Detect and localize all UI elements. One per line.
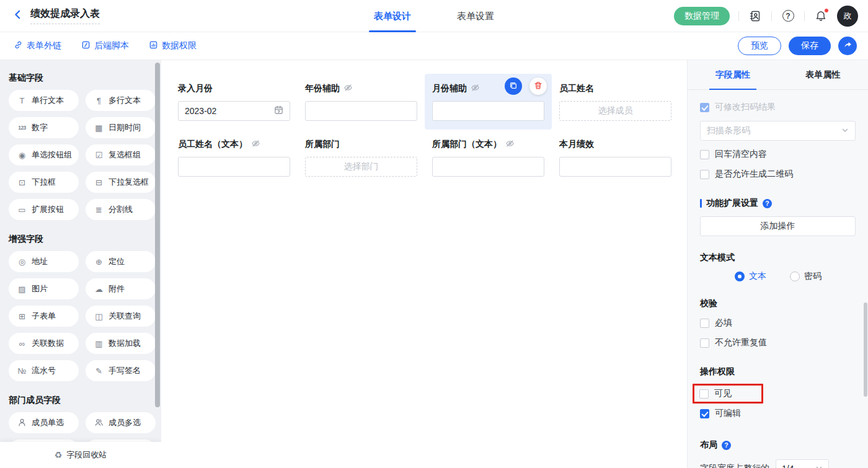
tab-field-properties[interactable]: 字段属性 bbox=[688, 60, 778, 89]
radio-password-option[interactable]: 密码 bbox=[790, 271, 822, 282]
field-type-data-load[interactable]: ▥数据加载 bbox=[86, 333, 156, 354]
text-input[interactable] bbox=[559, 157, 671, 177]
field-label-text: 本月绩效 bbox=[559, 139, 594, 150]
field-type-label: 多行文本 bbox=[108, 95, 141, 106]
field-type-radio-group[interactable]: ◉单选按钮组 bbox=[9, 144, 79, 166]
radio-text-option[interactable]: 文本 bbox=[735, 271, 766, 282]
backend-script-button[interactable]: 后端脚本 bbox=[81, 40, 129, 51]
editable-checkbox-row[interactable]: 可编辑 bbox=[700, 407, 856, 420]
text-input[interactable] bbox=[432, 101, 544, 121]
field-type-geolocate[interactable]: ⊕定位 bbox=[86, 251, 156, 272]
add-action-button[interactable]: 添加操作 bbox=[700, 216, 856, 236]
field-type-checkbox-group[interactable]: ☑复选框组 bbox=[86, 144, 156, 166]
share-button[interactable] bbox=[838, 37, 857, 55]
field-type-label: 复选框组 bbox=[108, 149, 141, 161]
help-filled-icon[interactable]: ? bbox=[722, 441, 731, 450]
date-input[interactable]: 2023-02 bbox=[178, 101, 290, 121]
field-type-serial-number[interactable]: №流水号 bbox=[9, 360, 79, 381]
allow-qr-checkbox-row[interactable]: 是否允许生成二维码 bbox=[700, 168, 856, 180]
back-button[interactable] bbox=[12, 9, 23, 22]
preview-button[interactable]: 预览 bbox=[738, 37, 781, 55]
required-checkbox-row[interactable]: 必填 bbox=[700, 317, 856, 329]
field-department[interactable]: 所属部门 选择部门 bbox=[298, 130, 425, 185]
department-picker[interactable]: 选择部门 bbox=[305, 157, 417, 177]
field-type-label: 数据加载 bbox=[108, 338, 141, 349]
text-input[interactable] bbox=[178, 157, 290, 177]
checkbox-unchecked[interactable] bbox=[700, 319, 709, 328]
radio-unselected[interactable] bbox=[790, 272, 800, 281]
help-icon[interactable]: ? bbox=[781, 9, 795, 24]
field-department-text[interactable]: 所属部门（文本） bbox=[425, 130, 552, 185]
checkbox-unchecked[interactable] bbox=[700, 170, 709, 179]
checkbox-unchecked[interactable] bbox=[700, 338, 709, 348]
panel-scrollbar[interactable] bbox=[864, 302, 867, 397]
scan-type-select[interactable]: 扫描条形码 bbox=[700, 121, 856, 141]
external-link-button[interactable]: 表单外链 bbox=[14, 40, 61, 51]
field-entry-month[interactable]: 录入月份 2023-02 bbox=[170, 74, 298, 130]
field-type-number[interactable]: 123数字 bbox=[9, 117, 79, 138]
radio-selected[interactable] bbox=[735, 272, 745, 281]
field-month-helper-selected[interactable]: 月份辅助 bbox=[425, 74, 552, 130]
field-type-member-multi[interactable]: 成员多选 bbox=[86, 412, 156, 433]
red-annotation-box: 可见 bbox=[693, 384, 763, 404]
field-type-extend-button[interactable]: ▭扩展按钮 bbox=[9, 199, 79, 220]
text-input[interactable] bbox=[432, 157, 544, 177]
field-month-performance[interactable]: 本月绩效 bbox=[552, 130, 679, 185]
modify-scan-result-checkbox-row[interactable]: 可修改扫码结果 bbox=[700, 101, 856, 113]
tab-form-properties[interactable]: 表单属性 bbox=[778, 60, 868, 89]
field-type-linked-data[interactable]: ∞关联数据 bbox=[9, 333, 79, 354]
help-filled-icon[interactable]: ? bbox=[763, 199, 772, 208]
field-employee-name[interactable]: 员工姓名 选择成员 bbox=[552, 74, 679, 130]
enter-clear-checkbox-row[interactable]: 回车清空内容 bbox=[700, 148, 856, 161]
field-type-attachment[interactable]: ☁附件 bbox=[86, 278, 156, 299]
field-type-label: 附件 bbox=[108, 283, 125, 294]
recycle-label: 字段回收站 bbox=[66, 449, 107, 461]
field-recycle-bin-button[interactable]: ♻ 字段回收站 bbox=[0, 442, 161, 468]
field-type-divider[interactable]: ≣分割线 bbox=[86, 199, 156, 220]
contact-book-icon[interactable] bbox=[748, 9, 763, 24]
no-duplicate-checkbox-row[interactable]: 不允许重复值 bbox=[700, 337, 856, 349]
field-label-text: 月份辅助 bbox=[432, 83, 467, 94]
field-type-multi-text[interactable]: ¶多行文本 bbox=[86, 90, 156, 111]
data-manage-button[interactable]: 数据管理 bbox=[674, 7, 730, 25]
notification-bell-icon[interactable] bbox=[813, 9, 828, 24]
pen-icon: ✎ bbox=[94, 367, 104, 375]
tab-form-settings[interactable]: 表单设置 bbox=[452, 0, 499, 32]
field-type-datetime[interactable]: ▦日期时间 bbox=[86, 117, 156, 138]
field-label: 录入月份 bbox=[178, 82, 290, 95]
field-year-helper[interactable]: 年份辅助 bbox=[298, 74, 425, 130]
field-employee-name-text[interactable]: 员工姓名（文本） bbox=[170, 130, 298, 185]
field-type-member-single[interactable]: 成员单选 bbox=[9, 412, 79, 433]
save-button[interactable]: 保存 bbox=[789, 37, 831, 55]
field-label-text: 员工姓名（文本） bbox=[178, 139, 247, 150]
field-type-multi-dropdown[interactable]: ⊟下拉复选框 bbox=[86, 172, 156, 193]
tab-form-design[interactable]: 表单设计 bbox=[369, 0, 416, 32]
checkbox-checked-disabled[interactable] bbox=[700, 103, 709, 112]
field-type-label: 成员单选 bbox=[32, 417, 64, 428]
field-type-subform[interactable]: ⊞子表单 bbox=[9, 306, 79, 327]
visible-checkbox[interactable] bbox=[699, 389, 709, 399]
field-type-label: 手写签名 bbox=[108, 365, 141, 376]
delete-field-button[interactable] bbox=[529, 77, 547, 95]
data-permission-button[interactable]: 数据权限 bbox=[149, 40, 197, 51]
field-type-single-text[interactable]: T单行文本 bbox=[9, 90, 79, 111]
editable-checkbox-checked[interactable] bbox=[700, 409, 709, 418]
member-picker[interactable]: 选择成员 bbox=[559, 101, 671, 121]
field-type-linked-query[interactable]: ◫关联查询 bbox=[86, 306, 156, 327]
link-icon bbox=[14, 40, 23, 51]
field-type-image[interactable]: ▨图片 bbox=[9, 278, 79, 299]
text-input[interactable] bbox=[305, 101, 417, 121]
checkbox-unchecked[interactable] bbox=[700, 150, 709, 159]
sidebar-scrollbar[interactable] bbox=[155, 63, 160, 407]
field-type-address[interactable]: ◎地址 bbox=[9, 251, 79, 272]
form-title[interactable]: 绩效提成录入表 bbox=[30, 7, 100, 24]
user-avatar[interactable]: 政 bbox=[837, 6, 858, 27]
serial-number-icon: № bbox=[17, 367, 27, 375]
field-width-select[interactable]: 1/4 bbox=[776, 459, 829, 468]
layout-section-header: 布局 ? bbox=[700, 439, 856, 451]
field-type-signature[interactable]: ✎手写签名 bbox=[86, 360, 156, 381]
field-type-dropdown[interactable]: ⊡下拉框 bbox=[9, 172, 79, 193]
required-label: 必填 bbox=[715, 317, 732, 329]
copy-field-button[interactable] bbox=[505, 77, 522, 95]
form-toolbar: 表单外链 后端脚本 数据权限 预览 保存 bbox=[0, 32, 868, 60]
